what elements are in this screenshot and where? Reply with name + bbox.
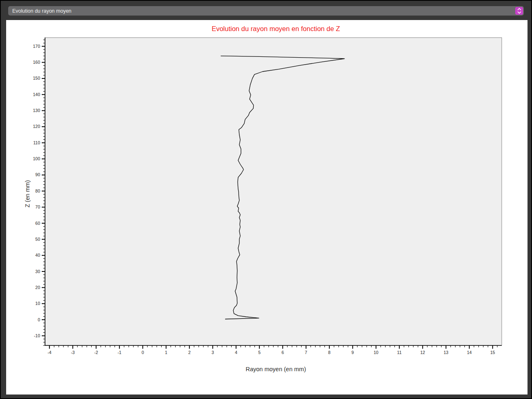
y-tick-label: 60 bbox=[35, 221, 40, 226]
x-tick-label: 3 bbox=[212, 350, 214, 355]
app-window: Evolution du rayon moyen -4-3-2-10123456… bbox=[0, 0, 532, 399]
y-tick-label: 10 bbox=[35, 301, 40, 306]
x-tick-label: 14 bbox=[467, 350, 472, 355]
y-tick-label: 50 bbox=[35, 237, 40, 242]
chart-selector-combobox[interactable]: Evolution du rayon moyen bbox=[8, 6, 524, 16]
y-tick-label: 90 bbox=[35, 172, 40, 177]
y-tick-label: 130 bbox=[33, 108, 40, 113]
chart-selector-value: Evolution du rayon moyen bbox=[8, 8, 72, 14]
y-tick-label: 120 bbox=[33, 124, 40, 129]
x-tick-label: 15 bbox=[490, 350, 495, 355]
y-tick-label: 160 bbox=[33, 60, 40, 65]
x-tick-label: -3 bbox=[71, 350, 74, 355]
y-tick-label: 30 bbox=[35, 269, 40, 274]
updown-chevrons-icon bbox=[517, 7, 522, 14]
x-tick-label: 9 bbox=[352, 350, 354, 355]
y-tick-label: 80 bbox=[35, 188, 40, 193]
x-tick-label: 8 bbox=[328, 350, 331, 355]
window-frame: Evolution du rayon moyen -4-3-2-10123456… bbox=[1, 1, 531, 398]
x-tick-label: 2 bbox=[188, 350, 191, 355]
y-tick-label: 170 bbox=[33, 44, 40, 49]
x-tick-label: 1 bbox=[165, 350, 167, 355]
x-tick-label: -2 bbox=[94, 350, 98, 355]
y-tick-label: 100 bbox=[33, 156, 40, 161]
y-tick-label: 0 bbox=[38, 317, 40, 322]
x-tick-label: 5 bbox=[258, 350, 261, 355]
x-axis-label: Rayon moyen (en mm) bbox=[246, 366, 306, 372]
x-tick-label: -1 bbox=[117, 350, 121, 355]
x-tick-label: 4 bbox=[235, 350, 237, 355]
chart-canvas: -4-3-2-10123456789101112131415-100102030… bbox=[6, 20, 527, 395]
y-tick-label: 150 bbox=[33, 76, 40, 81]
x-tick-label: 12 bbox=[420, 350, 425, 355]
chart-area: -4-3-2-10123456789101112131415-100102030… bbox=[6, 20, 527, 395]
y-tick-label: 110 bbox=[33, 140, 40, 145]
combobox-stepper[interactable] bbox=[515, 7, 523, 15]
y-tick-label: 140 bbox=[33, 92, 40, 97]
x-tick-label: 7 bbox=[305, 350, 307, 355]
x-tick-label: 11 bbox=[397, 350, 401, 355]
x-tick-label: 13 bbox=[444, 350, 449, 355]
plot-panel bbox=[45, 38, 502, 345]
x-tick-label: 6 bbox=[282, 350, 284, 355]
x-tick-label: 0 bbox=[142, 350, 144, 355]
chart-title: Evolution du rayon moyen en fonction de … bbox=[212, 25, 340, 32]
y-tick-label: 70 bbox=[35, 204, 40, 209]
y-tick-label: 20 bbox=[35, 285, 40, 290]
y-axis-label: Z (en mm) bbox=[24, 180, 31, 208]
y-tick-label: -10 bbox=[34, 333, 40, 338]
x-tick-label: 10 bbox=[374, 350, 379, 355]
y-tick-label: 40 bbox=[35, 253, 40, 258]
chevron-up-icon bbox=[518, 9, 521, 10]
x-tick-label: -4 bbox=[47, 350, 51, 355]
chevron-down-icon bbox=[518, 12, 521, 13]
